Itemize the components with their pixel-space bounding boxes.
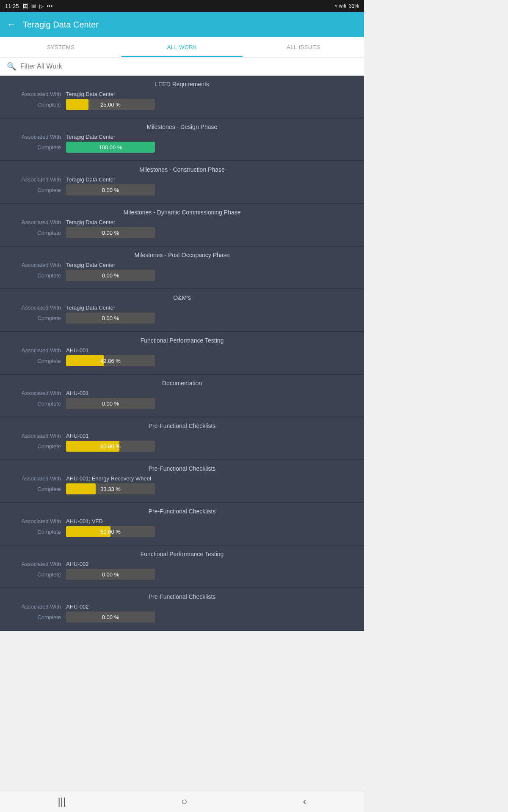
associated-with-value: AHU-001 xyxy=(66,433,88,439)
work-item[interactable]: Milestones - Construction Phase Associat… xyxy=(0,161,364,204)
location-icon: ▷ xyxy=(39,3,44,9)
work-item-title: Milestones - Post Occupancy Phase xyxy=(7,252,357,258)
associated-with-value: AHU-001 xyxy=(66,390,88,396)
complete-label: Complete xyxy=(7,144,66,151)
tab-systems[interactable]: SYSTEMS xyxy=(0,37,121,57)
associated-with-label: Associated With xyxy=(7,604,66,610)
filter-input[interactable] xyxy=(20,63,357,70)
search-icon: 🔍 xyxy=(7,62,16,71)
associated-with-label: Associated With xyxy=(7,561,66,567)
progress-bar: 50.00 % xyxy=(66,526,155,537)
work-item-title: Pre-Functional Checklists xyxy=(7,508,357,515)
complete-row: Complete 100.00 % xyxy=(7,142,357,153)
work-item[interactable]: O&M's Associated With Teragig Data Cente… xyxy=(0,289,364,332)
associated-with-row: Associated With Teragig Data Center xyxy=(7,176,357,183)
progress-bar: 42.86 % xyxy=(66,355,155,366)
work-item[interactable]: Pre-Functional Checklists Associated Wit… xyxy=(0,503,364,546)
tab-allissues[interactable]: ALL ISSUES xyxy=(243,37,364,57)
work-item[interactable]: Pre-Functional Checklists Associated Wit… xyxy=(0,588,364,631)
associated-with-value: AHU-002 xyxy=(66,561,88,567)
associated-with-label: Associated With xyxy=(7,304,66,311)
associated-with-value: Teragig Data Center xyxy=(66,176,115,183)
status-right: ▿ wifi 31% xyxy=(335,3,359,9)
associated-with-row: Associated With Teragig Data Center xyxy=(7,134,357,140)
complete-row: Complete 0.00 % xyxy=(7,313,357,324)
work-item[interactable]: Milestones - Post Occupancy Phase Associ… xyxy=(0,247,364,289)
complete-label: Complete xyxy=(7,401,66,407)
associated-with-value: AHU-002 xyxy=(66,604,88,610)
progress-bar-text: 60.00 % xyxy=(66,441,155,452)
associated-with-row: Associated With AHU-001 xyxy=(7,347,357,354)
back-button[interactable]: ← xyxy=(7,19,16,30)
progress-container: 0.00 % xyxy=(66,227,155,238)
work-item[interactable]: Functional Performance Testing Associate… xyxy=(0,546,364,588)
associated-with-row: Associated With Teragig Data Center xyxy=(7,262,357,268)
progress-bar: 33.33 % xyxy=(66,483,155,494)
tab-allwork[interactable]: ALL WORK xyxy=(121,37,243,57)
progress-bar: 100.00 % xyxy=(66,142,155,153)
work-item-title: Documentation xyxy=(7,380,357,387)
work-item[interactable]: Milestones - Design Phase Associated Wit… xyxy=(0,118,364,161)
complete-label: Complete xyxy=(7,529,66,535)
complete-label: Complete xyxy=(7,443,66,450)
associated-with-label: Associated With xyxy=(7,475,66,482)
work-item[interactable]: Pre-Functional Checklists Associated Wit… xyxy=(0,460,364,503)
complete-label: Complete xyxy=(7,272,66,279)
progress-bar-text: 25.00 % xyxy=(66,99,155,110)
progress-container: 0.00 % xyxy=(66,270,155,281)
work-item[interactable]: LEED Requirements Associated With Teragi… xyxy=(0,76,364,118)
progress-container: 60.00 % xyxy=(66,441,155,452)
complete-row: Complete 0.00 % xyxy=(7,184,357,195)
associated-with-value: Teragig Data Center xyxy=(66,262,115,268)
complete-label: Complete xyxy=(7,102,66,108)
progress-container: 0.00 % xyxy=(66,313,155,324)
associated-with-label: Associated With xyxy=(7,91,66,97)
complete-label: Complete xyxy=(7,230,66,236)
associated-with-label: Associated With xyxy=(7,176,66,183)
associated-with-row: Associated With AHU-001 xyxy=(7,390,357,396)
associated-with-value: Teragig Data Center xyxy=(66,304,115,311)
progress-container: 50.00 % xyxy=(66,526,155,537)
complete-row: Complete 25.00 % xyxy=(7,99,357,110)
gmail-icon: ✉ xyxy=(31,3,36,9)
associated-with-label: Associated With xyxy=(7,518,66,524)
nav-home-button[interactable]: ○ xyxy=(171,792,198,811)
work-list: LEED Requirements Associated With Teragi… xyxy=(0,76,364,631)
associated-with-row: Associated With Teragig Data Center xyxy=(7,91,357,97)
progress-container: 0.00 % xyxy=(66,612,155,623)
progress-container: 25.00 % xyxy=(66,99,155,110)
progress-container: 0.00 % xyxy=(66,569,155,580)
associated-with-row: Associated With AHU-001 xyxy=(7,433,357,439)
associated-with-label: Associated With xyxy=(7,219,66,225)
work-item[interactable]: Documentation Associated With AHU-001 Co… xyxy=(0,375,364,417)
work-item[interactable]: Milestones - Dynamic Commissioning Phase… xyxy=(0,204,364,247)
nav-back-button[interactable]: ‹ xyxy=(293,792,317,811)
progress-container: 0.00 % xyxy=(66,184,155,195)
progress-bar: 0.00 % xyxy=(66,612,155,623)
complete-label: Complete xyxy=(7,358,66,364)
status-bar: 11:25 🖼 ✉ ▷ ••• ▿ wifi 31% xyxy=(0,0,364,12)
work-item[interactable]: Pre-Functional Checklists Associated Wit… xyxy=(0,417,364,460)
progress-bar: 0.00 % xyxy=(66,227,155,238)
associated-with-label: Associated With xyxy=(7,347,66,354)
nav-menu-button[interactable]: ||| xyxy=(47,792,76,811)
progress-bar-text: 50.00 % xyxy=(66,526,155,537)
nav-bar: ||| ○ ‹ xyxy=(0,790,364,812)
progress-bar-text: 42.86 % xyxy=(66,355,155,366)
progress-bar-text: 33.33 % xyxy=(66,483,155,494)
photo-icon: 🖼 xyxy=(22,3,28,9)
wifi-icon: ▿ wifi xyxy=(335,3,346,9)
app-header: ← Teragig Data Center xyxy=(0,12,364,37)
tab-bar: SYSTEMS ALL WORK ALL ISSUES xyxy=(0,37,364,58)
progress-bar: 25.00 % xyxy=(66,99,155,110)
work-item[interactable]: Functional Performance Testing Associate… xyxy=(0,332,364,375)
complete-row: Complete 60.00 % xyxy=(7,441,357,452)
complete-label: Complete xyxy=(7,187,66,193)
associated-with-label: Associated With xyxy=(7,262,66,268)
filter-bar: 🔍 xyxy=(0,58,364,76)
associated-with-value: Teragig Data Center xyxy=(66,91,115,97)
progress-bar: 0.00 % xyxy=(66,569,155,580)
work-item-title: Pre-Functional Checklists xyxy=(7,593,357,600)
progress-bar: 0.00 % xyxy=(66,270,155,281)
associated-with-value: AHU-001; VFD xyxy=(66,518,103,524)
